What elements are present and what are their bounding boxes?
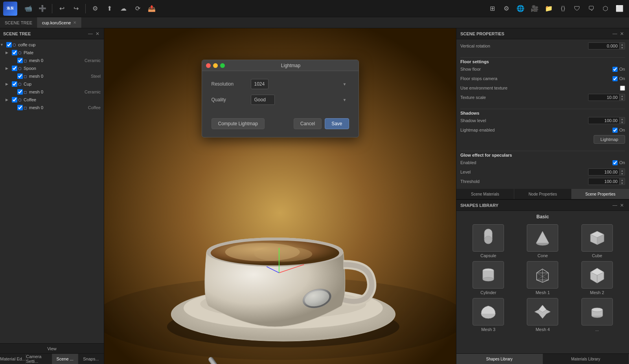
toolbar-btn-undo[interactable]: ↩ — [55, 2, 68, 15]
toolbar-btn-r2[interactable]: ⚙ — [500, 2, 513, 15]
tree-item-spoon-mesh0[interactable]: ▶ ◻ mesh 0 Steel — [0, 72, 104, 80]
tree-item-spoon[interactable]: ▶ ⬡ Spoon — [0, 64, 104, 72]
tab-scene-properties[interactable]: Scene Properties — [572, 189, 629, 199]
spinner-up[interactable]: ▲ — [620, 43, 625, 46]
toolbar-btn-r10[interactable]: ⬜ — [613, 2, 626, 15]
tab-scene-tree[interactable]: SCENE TREE — [0, 17, 37, 28]
toolbar-btn-add[interactable]: ➕ — [36, 2, 49, 15]
texture-scale-input[interactable] — [588, 94, 620, 101]
toolbar-btn-r6[interactable]: ⟨⟩ — [557, 2, 569, 15]
shadow-level-spinner[interactable]: ▲ ▼ — [620, 117, 625, 124]
tree-item-cup-mesh0[interactable]: ▶ ◻ mesh 0 Ceramic — [0, 88, 104, 96]
spinner-up-gt[interactable]: ▲ — [620, 178, 625, 181]
tree-check-cup[interactable] — [12, 81, 17, 87]
tab-cup-scene[interactable]: cup.koruScene ✕ — [37, 17, 81, 28]
glow-threshold-input[interactable] — [588, 178, 620, 185]
toolbar-btn-r5[interactable]: 📁 — [543, 2, 555, 15]
toolbar-btn-export[interactable]: 📤 — [145, 2, 158, 15]
scene-props-min-btn[interactable]: — — [612, 31, 618, 37]
vertical-rotation-spinner[interactable]: ▲ ▼ — [620, 42, 625, 49]
scene-tree-min-btn[interactable]: — — [87, 31, 94, 37]
toolbar-btn-r4[interactable]: 🎥 — [528, 2, 541, 15]
glow-enabled-checkbox[interactable] — [612, 160, 618, 165]
toolbar-btn-record[interactable]: 📹 — [22, 2, 35, 15]
shape-item-capsule[interactable]: Capsule — [463, 224, 514, 258]
shadow-level-input[interactable] — [588, 117, 620, 124]
toolbar-btn-r1[interactable]: ⊞ — [486, 2, 498, 15]
shape-item-cylinder[interactable]: Cylinder — [463, 261, 514, 295]
shape-item-mesh2[interactable]: Mesh 2 — [572, 261, 623, 295]
tree-item-plate-mesh0[interactable]: ▶ ◻ mesh 0 Ceramic — [0, 57, 104, 64]
bottom-tab-snaps[interactable]: Snaps... — [78, 354, 104, 364]
show-floor-checkbox[interactable] — [612, 67, 618, 72]
bottom-tab-scene[interactable]: Scene ... — [52, 354, 78, 364]
spinner-down-ts[interactable]: ▼ — [620, 97, 625, 101]
toolbar-btn-r3[interactable]: 🌐 — [514, 2, 527, 15]
toolbar-btn-r9[interactable]: ⬡ — [599, 2, 612, 15]
tab-node-properties[interactable]: Node Properties — [514, 189, 572, 199]
cancel-button[interactable]: Cancel — [294, 118, 322, 129]
dialog-close-btn[interactable] — [206, 63, 211, 68]
dialog-max-btn[interactable] — [220, 63, 225, 68]
spinner-down-gl[interactable]: ▼ — [620, 172, 625, 175]
glow-threshold-spinner[interactable]: ▲ ▼ — [620, 178, 625, 185]
library-tab-shapes[interactable]: Shapes Library — [456, 354, 543, 364]
tree-check-spoon[interactable] — [12, 66, 17, 71]
spinner-up-ts[interactable]: ▲ — [620, 94, 625, 97]
tree-item-coffee[interactable]: ▶ ⬡ Coffee — [0, 96, 104, 104]
toolbar-btn-redo[interactable]: ↪ — [70, 2, 82, 15]
shape-item-mesh1[interactable]: Mesh 1 — [517, 261, 568, 295]
tree-item-coffee-mesh0[interactable]: ▶ ◻ mesh 0 Coffee — [0, 104, 104, 112]
library-tab-materials[interactable]: Materials Library — [543, 354, 629, 364]
tree-item-plate[interactable]: ▶ ⬡ Plate — [0, 49, 104, 57]
lightmap-enabled-checkbox[interactable] — [612, 128, 618, 133]
tree-item-cup[interactable]: ▶ ⬡ Cup — [0, 80, 104, 88]
tree-check-coffee[interactable] — [12, 97, 17, 102]
shapes-close-btn[interactable]: ✕ — [619, 202, 625, 209]
dialog-resolution-select[interactable]: 256 512 1024 2048 — [251, 79, 269, 89]
use-env-texture-checkbox[interactable] — [620, 86, 625, 91]
shape-item-mesh3[interactable]: Mesh 3 — [463, 298, 514, 332]
viewport[interactable]: Lightmap Resolution 256 512 1024 2048 — [104, 28, 456, 364]
dialog-min-btn[interactable] — [213, 63, 218, 68]
tab-cup-scene-close[interactable]: ✕ — [73, 20, 76, 25]
shape-item-cone[interactable]: Cone — [517, 224, 568, 258]
tree-item-coffe-cup[interactable]: ▼ ⬡ coffe cup — [0, 41, 104, 49]
shape-item-cube[interactable]: Cube — [572, 224, 623, 258]
spinner-up-sl[interactable]: ▲ — [620, 117, 625, 121]
toolbar-btn-r7[interactable]: 🛡 — [571, 2, 583, 15]
toolbar-btn-cloud[interactable]: ☁ — [117, 2, 130, 15]
tree-check-coffee-mesh0[interactable] — [17, 105, 23, 110]
scene-props-close-btn[interactable]: ✕ — [619, 31, 625, 37]
tree-check-plate-mesh0[interactable] — [17, 58, 23, 63]
spinner-up-gl[interactable]: ▲ — [620, 169, 625, 172]
spinner-down-sl[interactable]: ▼ — [620, 121, 625, 124]
toolbar-btn-r8[interactable]: 🗨 — [585, 2, 598, 15]
save-button[interactable]: Save — [325, 118, 349, 129]
dialog-quality-select[interactable]: Low Medium Good High — [251, 95, 275, 105]
tree-arrow-coffe-cup: ▼ — [0, 43, 6, 47]
glow-level-input[interactable] — [588, 168, 620, 176]
toolbar-btn-settings1[interactable]: ⚙ — [89, 2, 101, 15]
scene-tree-close-btn[interactable]: ✕ — [94, 31, 101, 37]
tree-check-spoon-mesh0[interactable] — [17, 73, 23, 79]
tree-check-plate[interactable] — [12, 50, 17, 55]
vertical-rotation-input[interactable] — [588, 42, 620, 49]
tab-scene-materials[interactable]: Scene Materials — [456, 189, 514, 199]
tree-check-cup-mesh0[interactable] — [17, 89, 23, 95]
toolbar-btn-refresh[interactable]: ⟳ — [131, 2, 144, 15]
texture-scale-spinner[interactable]: ▲ ▼ — [620, 94, 625, 101]
bottom-tab-camera[interactable]: Camera Setti... — [26, 354, 52, 364]
tree-check-coffe-cup[interactable] — [6, 42, 12, 48]
floor-stops-camera-checkbox[interactable] — [612, 76, 618, 81]
bottom-tab-material-ed[interactable]: Material Ed... — [0, 354, 26, 364]
shapes-min-btn[interactable]: — — [612, 202, 618, 209]
toolbar-btn-upload[interactable]: ⬆ — [103, 2, 116, 15]
lightmap-button[interactable]: Lightmap — [594, 135, 625, 144]
spinner-down-gt[interactable]: ▼ — [620, 181, 625, 185]
compute-lightmap-button[interactable]: Compute Lightmap — [212, 118, 265, 129]
glow-level-spinner[interactable]: ▲ ▼ — [620, 168, 625, 176]
shape-item-mesh4[interactable]: Mesh 4 — [517, 298, 568, 332]
spinner-down[interactable]: ▼ — [620, 46, 625, 49]
shape-item-other[interactable]: ... — [572, 298, 623, 332]
